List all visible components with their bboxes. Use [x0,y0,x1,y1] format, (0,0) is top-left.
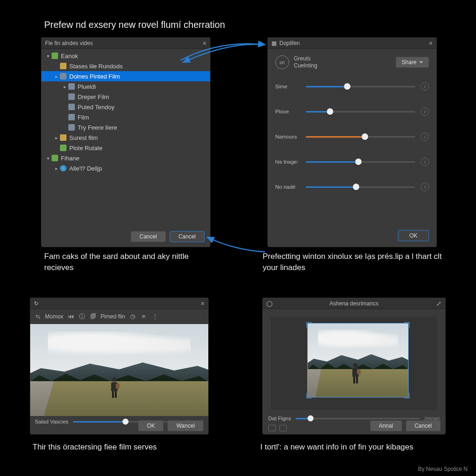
item-label: Dreper Film [78,93,109,100]
item-label: Stases lile Rundods [69,63,123,70]
cancel-button[interactable]: Wancel [167,420,204,431]
item-label: Try Feere lïere [78,124,117,131]
list-icon[interactable]: ≡ [140,313,147,320]
info-icon[interactable]: i [421,107,429,116]
tree-item[interactable]: Plote Rutate [41,143,210,153]
mode-label: GreutsCuelnting [294,55,317,69]
info-icon[interactable]: i [421,183,429,191]
mode-icon[interactable]: ◯ [266,300,272,307]
crop-slider[interactable] [296,418,420,419]
info-icon[interactable]: i [421,82,429,91]
item-icon [52,53,58,59]
tree-item[interactable]: ▸Alle'l? Delljp [41,163,210,173]
apply-button[interactable]: Annal [370,420,402,431]
titlebar: ◯ Ashena desrimancs ⤢ [263,298,445,309]
clock-icon[interactable]: ◷ [129,313,136,320]
item-icon [60,134,66,141]
disclosure-icon[interactable]: ▸ [62,84,67,89]
crop-selection[interactable] [307,323,409,397]
slider-label: Salad Vascies [35,419,68,424]
ok-button[interactable]: OK [138,420,164,431]
toolbar-label: Momox [45,313,63,320]
tool-icon[interactable]: ≒ [34,313,41,320]
toolbar-label-2: Pimed flin [100,313,125,320]
crop-handle-bl[interactable] [306,393,312,398]
item-icon [52,155,58,161]
byline: By Nesau Spolice N [418,466,468,472]
caption-2: Prefectting winton xinolux se lạs prés.l… [263,251,449,273]
settings-panel: ▦ Doplifen × on GreutsCuelnting Share Si… [267,37,437,247]
disclosure-icon[interactable]: ▸ [53,135,59,140]
slider-label: No nadé [275,184,304,190]
disclosure-icon[interactable]: ▾ [45,53,51,59]
file-tree: ▾EanokStases lile Rundods▸Dolnes Pinted … [41,49,210,175]
preview-panel: ↻ × ≒ Momox ⏮ ⓘ 🗐 Pimed flin ◷ ≡ ⋮ Salad… [30,298,209,435]
item-icon [68,83,75,90]
slider-label: Namours [275,134,304,139]
slider[interactable] [306,86,415,87]
page-title: Prefew nd exsery new rovel flumí cherrat… [44,20,225,30]
slider[interactable] [306,161,415,163]
ok-button[interactable]: OK [398,230,429,241]
item-icon [60,145,66,151]
prev-icon[interactable]: ⏮ [67,313,74,320]
item-label: Dolnes Pinted Film [69,73,120,80]
item-label: Plueldi [78,83,96,90]
item-icon [60,73,66,79]
slider[interactable] [306,186,415,188]
cancel-button-primary[interactable]: Cancel [170,231,205,242]
panel-title: Doplifen [279,40,300,46]
tree-item[interactable]: ▸Plueldi [41,81,210,92]
slider-label: Dat Figns [268,416,291,421]
slider[interactable] [306,111,415,112]
crop-handle-br[interactable] [404,393,410,398]
slider[interactable] [306,136,415,138]
refresh-icon[interactable]: ↻ [34,300,39,307]
tree-item[interactable]: Try Feere lïere [41,122,210,132]
panel-title: Ashena desrimancs [330,300,378,307]
tree-item[interactable]: Dreper Film [41,92,210,102]
close-icon[interactable]: × [203,40,206,47]
tree-item[interactable]: ▾Fihane [41,153,210,163]
lock-icon[interactable] [279,425,287,431]
doc-icon[interactable]: 🗐 [89,313,97,320]
crop-stage[interactable] [271,317,437,410]
info-icon[interactable]: i [421,158,429,166]
share-dropdown[interactable]: Share [396,57,429,68]
tree-item[interactable]: ▾Eanok [41,51,210,61]
cancel-button[interactable]: Cancel [406,420,441,431]
caption-1: Fam caks of the sard about and aky nittl… [44,251,212,273]
item-icon [68,124,75,131]
tree-item[interactable]: ▸Dolnes Pinted Film [41,71,210,81]
disclosure-icon[interactable]: ▸ [53,166,59,171]
toolbar: ≒ Momox ⏮ ⓘ 🗐 Pimed flin ◷ ≡ ⋮ [30,309,208,324]
tree-item[interactable]: Puted Tendoy [41,102,210,112]
disclosure-icon[interactable]: ▸ [53,74,59,79]
item-icon [60,165,66,172]
item-icon [60,63,66,69]
titlebar: ↻ × [30,298,208,309]
panel-title: Fle fin alndes vides [45,40,93,46]
info-icon[interactable]: i [421,132,429,141]
mode-icon: on [275,55,289,69]
caption-3: Thir this öractersing fiee film serves [33,442,218,453]
tree-item[interactable]: Stases lile Rundods [41,61,210,71]
tree-item[interactable]: ▸Surest film [41,132,210,143]
aspect-icon[interactable] [268,425,276,431]
close-icon[interactable]: × [201,300,205,307]
arrow-left-icon [205,233,270,257]
crop-handle-tl[interactable] [306,322,312,328]
crop-handle-tr[interactable] [404,322,410,328]
close-icon[interactable]: × [429,40,433,47]
caption-4: I tortl': a new want info in of fin your… [260,442,456,453]
item-label: Film [78,114,89,121]
item-label: Plote Rutate [69,145,103,152]
settings-icon[interactable]: ⋮ [151,313,159,320]
tree-item[interactable]: Film [41,112,210,122]
play-icon[interactable]: ⓘ [78,313,86,320]
disclosure-icon[interactable]: ▾ [45,156,51,161]
crop-panel: ◯ Ashena desrimancs ⤢ Dat Figns (imrse) … [262,298,446,435]
expand-icon[interactable]: ⤢ [436,300,442,307]
cancel-button[interactable]: Cancel [131,231,165,242]
titlebar: ▦ Doplifen × [268,38,436,49]
